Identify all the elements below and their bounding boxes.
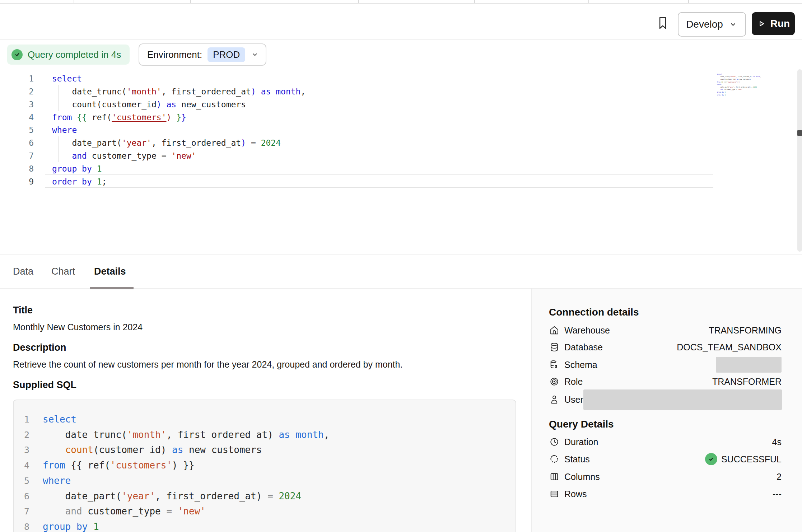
warehouse-label: Warehouse <box>564 325 610 336</box>
environment-value-pill: PROD <box>208 47 245 62</box>
redacted-value <box>716 357 782 373</box>
editor-line-number: 4 <box>12 111 34 124</box>
details-side-panel: Connection detailsWarehouseTRANSFORMINGD… <box>531 289 802 532</box>
supplied-sql-code: date_part('year', first_ordered_at) = 20… <box>43 489 301 504</box>
top-strip-divider <box>474 0 475 3</box>
supplied-sql-line-number: 1 <box>14 412 29 427</box>
editor-code-line[interactable]: date_trunc('month', first_ordered_at) as… <box>52 85 306 98</box>
supplied-sql-line-number: 6 <box>14 489 29 504</box>
editor-line-number: 7 <box>12 149 34 162</box>
tab-details[interactable]: Details <box>94 255 126 288</box>
description-heading: Description <box>13 342 66 353</box>
active-line-highlight <box>45 174 713 188</box>
editor-line-number: 2 <box>12 85 34 98</box>
status-label: Status <box>564 454 590 465</box>
minimap-line: and customer_type = 'new' <box>717 88 760 91</box>
tab-data[interactable]: Data <box>13 255 33 288</box>
editor-line-number: 9 <box>12 175 34 188</box>
role-icon <box>549 377 559 387</box>
status-value: SUCCESSFUL <box>705 453 782 465</box>
rows-icon <box>549 489 559 499</box>
editor-minimap[interactable]: select date_trunc('month', first_ordered… <box>717 73 760 96</box>
environment-dropdown[interactable]: Environment: PROD <box>139 43 266 66</box>
supplied-sql-line: 3 count(customer_id) as new_customers <box>14 442 262 458</box>
warehouse-row: WarehouseTRANSFORMING <box>532 322 802 339</box>
editor-line-number: 1 <box>12 72 34 85</box>
editor-code-line[interactable]: from {{ ref('customers') }} <box>52 111 186 124</box>
editor-code-line[interactable]: order by 1; <box>52 175 107 188</box>
schema-value <box>716 357 782 373</box>
chevron-down-icon <box>251 50 259 59</box>
play-icon <box>757 19 766 28</box>
user-icon <box>549 395 559 405</box>
query-status-text: Query completed in 4s <box>28 49 121 60</box>
run-button[interactable]: Run <box>752 12 795 35</box>
editor-code-line[interactable]: count(customer_id) as new_customers <box>52 98 246 111</box>
top-strip-divider <box>688 0 689 3</box>
supplied-sql-line-number: 5 <box>14 473 29 489</box>
supplied-sql-heading: Supplied SQL <box>13 379 76 391</box>
editor-code-line[interactable]: where <box>52 123 77 136</box>
supplied-sql-line: 6 date_part('year', first_ordered_at) = … <box>14 489 301 504</box>
status-row: StatusSUCCESSFUL <box>532 451 802 468</box>
supplied-sql-code: from {{ ref('customers') }} <box>43 458 195 473</box>
supplied-sql-code: date_trunc('month', first_ordered_at) as… <box>43 427 329 443</box>
editor-code-line[interactable]: select <box>52 72 82 85</box>
editor-line-number: 5 <box>12 123 34 136</box>
minimap-line: date_trunc('month', first_ordered_at) as… <box>717 75 760 78</box>
chevron-down-icon <box>728 20 738 29</box>
top-strip-divider <box>358 0 359 3</box>
columns-label: Columns <box>564 472 600 482</box>
supplied-sql-line: 4from {{ ref('customers') }} <box>14 458 195 473</box>
warehouse-value: TRANSFORMING <box>709 325 782 336</box>
redacted-value <box>583 389 782 410</box>
scrollbar-track[interactable] <box>797 69 802 252</box>
top-strip <box>0 0 802 4</box>
role-row: RoleTRANSFORMER <box>532 373 802 390</box>
supplied-sql-line-number: 7 <box>14 504 29 519</box>
app-window: Develop Run Query completed in 4s Enviro… <box>0 0 802 532</box>
title-text: Monthly New Customers in 2024 <box>13 322 143 332</box>
supplied-sql-line-number: 2 <box>14 427 29 443</box>
results-tabbar: DataChartDetails <box>0 255 802 289</box>
role-label: Role <box>564 377 583 387</box>
title-heading: Title <box>13 305 33 316</box>
supplied-sql-line: 5where <box>14 473 71 489</box>
minimap-line: date_part('year', first_ordered_at) = 20… <box>717 86 760 88</box>
warehouse-value-text: TRANSFORMING <box>709 325 782 336</box>
query-details-heading: Query Details <box>549 419 614 430</box>
minimap-line: select <box>717 73 760 75</box>
editor-code-line[interactable]: and customer_type = 'new' <box>52 149 196 162</box>
editor-line-number: 6 <box>12 136 34 149</box>
bookmark-icon[interactable] <box>655 13 671 33</box>
develop-button[interactable]: Develop <box>678 12 746 37</box>
warehouse-icon <box>549 325 559 335</box>
user-value <box>583 389 782 410</box>
rows-value-text: --- <box>773 489 782 499</box>
supplied-sql-line: 2 date_trunc('month', first_ordered_at) … <box>14 427 329 443</box>
toolbar: Develop Run <box>0 4 802 40</box>
editor-code-line[interactable]: date_part('year', first_ordered_at) = 20… <box>52 136 281 149</box>
minimap-line: group by 1 <box>717 91 760 93</box>
user-label: User <box>564 395 583 405</box>
run-button-label: Run <box>770 18 790 29</box>
database-icon <box>549 342 559 352</box>
columns-icon <box>549 472 559 482</box>
duration-label: Duration <box>564 437 598 447</box>
success-check-icon <box>11 49 23 60</box>
schema-row: Schema <box>532 356 802 373</box>
sql-editor[interactable]: select date_trunc('month', first_ordered… <box>0 66 802 255</box>
tab-chart[interactable]: Chart <box>51 255 75 288</box>
minimap-line: order by 1; <box>717 94 760 96</box>
supplied-sql-code: where <box>43 473 71 489</box>
rows-label: Rows <box>564 489 587 499</box>
supplied-sql-line-number: 3 <box>14 442 29 458</box>
environment-label: Environment: <box>147 49 202 60</box>
scrollbar-thumb[interactable] <box>797 130 802 136</box>
supplied-sql-line: 7 and customer_type = 'new' <box>14 504 206 519</box>
status-spinner-icon <box>549 454 559 464</box>
columns-value: 2 <box>777 472 782 482</box>
editor-line-number: 3 <box>12 98 34 111</box>
editor-code-line[interactable]: group by 1 <box>52 162 102 175</box>
query-status-badge: Query completed in 4s <box>7 45 130 65</box>
